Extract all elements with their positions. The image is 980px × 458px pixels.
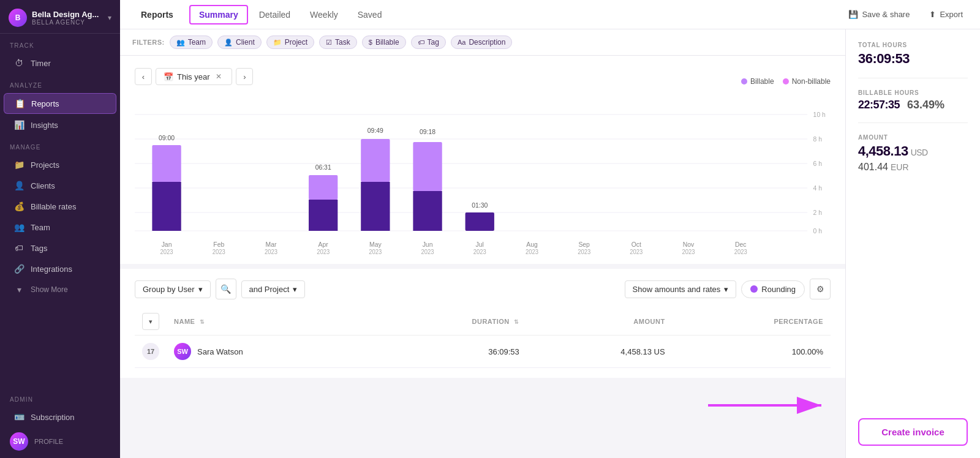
show-amounts-chevron-icon: ▾ (724, 285, 728, 294)
sidebar-show-more-label: Show More (31, 285, 68, 294)
total-hours-value: 36:09:53 (858, 51, 968, 67)
sidebar-item-timer[interactable]: ⏱ Timer (4, 53, 116, 73)
stats-divider-2 (858, 122, 968, 123)
and-project-dropdown[interactable]: and Project ▾ (241, 280, 306, 298)
non-billable-dot (783, 78, 789, 84)
chart-legend: Billable Non-billable (741, 77, 831, 86)
legend-billable: Billable (741, 77, 774, 86)
row-percentage-cell: 100.00% (673, 336, 831, 368)
export-button[interactable]: ⬆ Export (924, 7, 968, 21)
row-number: 17 (142, 343, 159, 360)
filter-team-icon: 👥 (176, 39, 185, 47)
track-section-label: TRACK (0, 34, 120, 53)
sidebar-subscription-label: Subscription (31, 413, 75, 422)
settings-button[interactable]: ⚙ (810, 279, 831, 299)
svg-text:10 h: 10 h (813, 111, 826, 118)
sidebar-item-subscription[interactable]: 🪪 Subscription (4, 407, 116, 427)
svg-text:Oct: Oct (631, 241, 641, 248)
svg-text:2023: 2023 (160, 249, 173, 255)
filter-project[interactable]: 📁 Project (266, 36, 314, 49)
svg-text:Feb: Feb (213, 241, 224, 248)
profile-label: PROFILE (34, 438, 63, 445)
svg-text:2023: 2023 (526, 249, 538, 255)
sidebar-item-integrations[interactable]: 🔗 Integrations (4, 259, 116, 279)
rounding-button[interactable]: Rounding (741, 280, 805, 298)
svg-text:4 h: 4 h (813, 184, 823, 192)
svg-text:09:00: 09:00 (159, 134, 175, 141)
expand-all-button[interactable]: ▾ (142, 313, 159, 330)
bottom-section (120, 378, 845, 433)
profile-section[interactable]: SW PROFILE (0, 427, 120, 458)
sidebar-item-reports[interactable]: 📋 Reports (4, 93, 116, 114)
sidebar-item-clients[interactable]: 👤 Clients (4, 176, 116, 195)
duration-sort-icon: ⇅ (514, 319, 519, 325)
filter-client[interactable]: 👤 Client (217, 36, 262, 49)
calendar-icon: 📅 (164, 72, 173, 81)
insights-icon: 📊 (13, 120, 24, 130)
topnav-actions: 💾 Save & share ⬆ Export (843, 7, 968, 21)
svg-text:0 h: 0 h (813, 227, 823, 235)
date-clear-button[interactable]: ✕ (213, 71, 224, 82)
sidebar-item-billable-rates[interactable]: 💰 Billable rates (4, 197, 116, 216)
sidebar-reports-label: Reports (31, 99, 59, 108)
row-amount-cell: 4,458.13 US (527, 336, 673, 368)
legend-non-billable: Non-billable (783, 77, 831, 86)
sidebar-item-tags[interactable]: 🏷 Tags (4, 238, 116, 258)
filter-billable[interactable]: $ Billable (362, 36, 406, 49)
sidebar: B Bella Design Ag... BELLA AGENCY ▾ TRAC… (0, 0, 120, 458)
save-share-button[interactable]: 💾 Save & share (843, 7, 914, 21)
clients-icon: 👤 (13, 181, 24, 190)
projects-icon: 📁 (13, 160, 24, 170)
svg-text:2023: 2023 (682, 249, 695, 255)
invoice-arrow-icon (708, 390, 831, 421)
timer-icon: ⏱ (13, 58, 24, 68)
svg-rect-23 (309, 200, 337, 231)
filter-description[interactable]: Aa Description (451, 36, 513, 49)
svg-text:2023: 2023 (369, 249, 382, 255)
topnav-tabs: Reports Summary Detailed Weekly Saved (132, 5, 843, 24)
svg-text:Mar: Mar (266, 241, 277, 248)
sidebar-item-projects[interactable]: 📁 Projects (4, 155, 116, 175)
svg-text:Apr: Apr (318, 241, 329, 248)
filter-task[interactable]: ☑ Task (319, 36, 357, 49)
and-project-chevron-icon: ▾ (293, 285, 297, 294)
brand-logo: B (9, 9, 27, 27)
svg-text:2 h: 2 h (813, 209, 823, 216)
billable-hours-block: BILLABLE HOURS 22:57:35 63.49% (858, 89, 968, 111)
manage-section-label: MANAGE (0, 135, 120, 154)
amount-block: AMOUNT 4,458.13USD 401.44EUR (858, 134, 968, 173)
billable-hours-value: 22:57:35 (858, 99, 900, 111)
sidebar-item-show-more[interactable]: ▾ Show More (4, 280, 116, 299)
show-amounts-dropdown[interactable]: Show amounts and rates ▾ (625, 280, 737, 298)
svg-text:Jul: Jul (476, 241, 484, 248)
billable-dot (741, 78, 747, 84)
user-name: Sara Watson (197, 347, 243, 356)
duration-col-header: DURATION ⇅ (374, 308, 527, 336)
tab-detailed[interactable]: Detailed (251, 6, 299, 23)
tab-weekly[interactable]: Weekly (301, 6, 347, 23)
billable-pct-value: 63.49% (907, 99, 944, 111)
sidebar-item-insights[interactable]: 📊 Insights (4, 115, 116, 135)
filter-team[interactable]: 👥 Team (170, 36, 213, 49)
tab-summary[interactable]: Summary (189, 5, 248, 24)
group-by-dropdown[interactable]: Group by User ▾ (135, 280, 211, 298)
export-icon: ⬆ (929, 10, 936, 19)
filter-bar: FILTERS: 👥 Team 👤 Client 📁 Project ☑ Tas… (120, 29, 845, 56)
data-table: ▾ NAME ⇅ DURATION ⇅ AMOUNT PERCEN (135, 308, 831, 368)
filter-tag[interactable]: 🏷 Tag (411, 36, 446, 49)
group-by-chevron-icon: ▾ (198, 285, 203, 294)
filter-tag-icon: 🏷 (418, 39, 424, 46)
chart-svg: 10 h 8 h 6 h 4 h 2 h 0 h 09:00 Jan 202 (135, 108, 831, 255)
tab-saved[interactable]: Saved (349, 6, 391, 23)
sidebar-billable-rates-label: Billable rates (31, 202, 76, 211)
date-range-label[interactable]: 📅 This year ✕ (156, 68, 232, 85)
billable-hours-label: BILLABLE HOURS (858, 89, 968, 96)
search-button[interactable]: 🔍 (216, 279, 236, 299)
svg-text:2023: 2023 (213, 249, 225, 255)
billable-hours-row: 22:57:35 63.49% (858, 99, 968, 111)
sidebar-header[interactable]: B Bella Design Ag... BELLA AGENCY ▾ (0, 0, 120, 34)
date-next-button[interactable]: › (236, 68, 253, 85)
sidebar-item-team[interactable]: 👥 Team (4, 217, 116, 237)
date-prev-button[interactable]: ‹ (135, 68, 152, 85)
create-invoice-button[interactable]: Create invoice (858, 418, 968, 446)
